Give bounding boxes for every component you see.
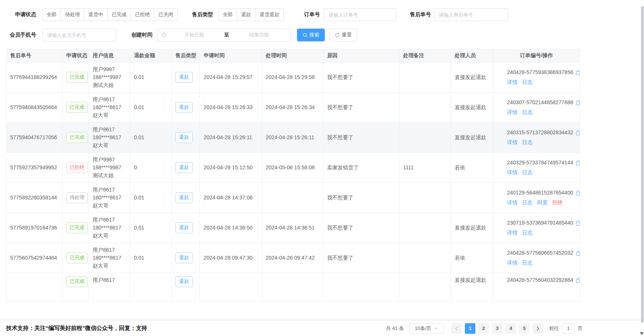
column-header: 退款金额 bbox=[130, 49, 172, 62]
op-link-log[interactable]: 日志 bbox=[522, 259, 533, 267]
filter-option-button[interactable]: 待处理 bbox=[61, 8, 84, 21]
column-header: 订单编号/操作 bbox=[493, 49, 580, 62]
cell-user-info: 用户8617180****8617赵大哥 bbox=[89, 243, 130, 273]
op-link-log[interactable]: 日志 bbox=[522, 138, 533, 146]
op-link-detail[interactable]: 详情 bbox=[507, 229, 518, 237]
copy-icon[interactable] bbox=[576, 278, 580, 283]
copy-icon[interactable] bbox=[576, 130, 580, 135]
column-header: 处理备注 bbox=[399, 49, 451, 62]
cell-service-no: 5775607542974464 bbox=[6, 243, 62, 273]
copy-icon[interactable] bbox=[576, 70, 580, 75]
type-filter-group: 全部退款退货退款 bbox=[218, 8, 284, 21]
goto-page-input[interactable] bbox=[562, 323, 575, 334]
filter-option-button[interactable]: 全部 bbox=[42, 8, 61, 21]
order-number: 240307-5702144858277888 bbox=[507, 99, 573, 106]
scrollbar-down-arrow-icon[interactable] bbox=[640, 332, 644, 335]
copy-icon[interactable] bbox=[576, 160, 580, 166]
filter-option-button[interactable]: 退货中 bbox=[84, 8, 108, 21]
cell-user-info: 用户9987188****9987测试大姐 bbox=[89, 153, 130, 183]
page-size-select[interactable]: 10条/页 bbox=[409, 323, 444, 334]
pagination-goto: 前往 页 bbox=[549, 323, 583, 334]
cell-status: 已完成 bbox=[62, 213, 89, 243]
filter-option-button[interactable]: 已关闭 bbox=[154, 8, 178, 21]
pagination-page-button[interactable]: 1 bbox=[465, 323, 475, 334]
op-link-log[interactable]: 日志 bbox=[522, 199, 533, 207]
filter-option-button[interactable]: 已拒绝 bbox=[131, 8, 154, 21]
user-info-line: 用户8617 bbox=[93, 126, 126, 134]
column-header: 申请状态 bbox=[62, 49, 89, 62]
cell-refund-amount: 0.01 bbox=[130, 93, 172, 123]
cell-user-info: 用户8617 bbox=[89, 273, 130, 301]
cell-apply-time: 2024-04-28 15:29:57 bbox=[200, 62, 262, 93]
cell-type: 退款 bbox=[172, 183, 200, 213]
op-link-detail[interactable]: 详情 bbox=[507, 199, 518, 207]
after-sales-table-wrap: 售后单号申请状态用户信息退款金额售后类型申请时间处理时间原因处理备注处理人员订单… bbox=[6, 49, 580, 321]
cell-status: 已完成 bbox=[62, 243, 89, 273]
cell-refund-amount: 0.01 bbox=[130, 183, 172, 213]
filter-option-button[interactable]: 已完成 bbox=[108, 8, 131, 21]
op-link-detail[interactable]: 详情 bbox=[507, 108, 518, 116]
cell-type: 退款 bbox=[172, 153, 200, 183]
copy-icon[interactable] bbox=[576, 190, 580, 196]
date-range-picker[interactable]: 开始日期 至 结束日期 bbox=[157, 29, 291, 41]
cell-order-ops: 240315-5713728802834432 详情日志 bbox=[493, 123, 580, 153]
chevron-right-icon bbox=[536, 326, 540, 331]
copy-icon[interactable] bbox=[576, 100, 580, 105]
user-info-line: 用户8617 bbox=[93, 246, 126, 254]
cell-handler: 直接发起退款 bbox=[451, 123, 493, 153]
op-link-detail[interactable]: 详情 bbox=[507, 138, 518, 146]
service-no-label: 售后单号 bbox=[410, 11, 431, 18]
phone-input[interactable] bbox=[42, 29, 116, 41]
op-link-detail[interactable]: 详情 bbox=[507, 169, 518, 176]
op-link-log[interactable]: 日志 bbox=[522, 169, 533, 176]
cell-handler: 直接发起退款 bbox=[451, 273, 493, 301]
user-info-line: 用户8617 bbox=[93, 216, 126, 224]
pagination-page-button[interactable]: 5 bbox=[519, 323, 530, 334]
cell-type: 退款 bbox=[172, 123, 200, 153]
op-link-reject[interactable]: 拒绝 bbox=[552, 199, 563, 207]
reset-button[interactable]: 重置 bbox=[329, 29, 357, 41]
filter-option-button[interactable]: 退款 bbox=[237, 8, 256, 21]
type-badge: 退款 bbox=[175, 276, 193, 287]
type-badge: 退款 bbox=[175, 162, 193, 173]
scrollbar-thumb[interactable] bbox=[641, 6, 644, 323]
filter-option-button[interactable]: 全部 bbox=[218, 8, 237, 21]
cell-type: 退款 bbox=[172, 93, 200, 123]
vertical-scrollbar[interactable] bbox=[640, 0, 644, 336]
type-badge: 退款 bbox=[175, 102, 193, 113]
cell-reason: 我不想要了 bbox=[323, 243, 399, 273]
cell-handle-time: 2024-04-28 14:36:51 bbox=[262, 213, 323, 243]
status-badge: 已完成 bbox=[66, 252, 88, 263]
cell-apply-time: 2024-04-28 15:26:33 bbox=[200, 93, 262, 123]
date-end-placeholder: 结束日期 bbox=[231, 32, 287, 38]
cell-user-info: 用户9987188****9987测试大姐 bbox=[89, 62, 130, 93]
cell-handler: 若依 bbox=[451, 243, 493, 273]
search-button[interactable]: 搜索 bbox=[297, 29, 325, 41]
cell-order-ops: 240329-5733784749574144 详情日志 bbox=[493, 153, 580, 183]
cell-service-no: 5775892260358144 bbox=[6, 183, 62, 213]
status-badge: 待处理 bbox=[66, 192, 88, 203]
cell-refund-amount: 0.01 bbox=[130, 123, 172, 153]
copy-icon[interactable] bbox=[576, 220, 580, 226]
pagination-next-button[interactable] bbox=[533, 323, 543, 334]
op-link-detail[interactable]: 详情 bbox=[507, 78, 518, 86]
op-link-detail[interactable]: 详情 bbox=[507, 259, 518, 267]
op-link-approve[interactable]: 同意 bbox=[537, 199, 548, 207]
op-link-log[interactable]: 日志 bbox=[522, 78, 533, 86]
table-row: 已完成 用户8617 退款 直接发起退款 240428-577560403229… bbox=[6, 273, 580, 301]
service-no-input[interactable] bbox=[434, 8, 508, 21]
cell-reason: 我不想要了 bbox=[323, 93, 399, 123]
user-info-line: 测试大姐 bbox=[93, 81, 126, 89]
pagination-page-button[interactable]: 3 bbox=[492, 323, 502, 334]
copy-icon[interactable] bbox=[576, 251, 580, 256]
refresh-icon bbox=[335, 33, 340, 38]
pagination-page-button[interactable]: 4 bbox=[505, 323, 516, 334]
op-link-log[interactable]: 日志 bbox=[522, 108, 533, 116]
pagination-page-button[interactable]: 2 bbox=[478, 323, 489, 334]
pagination-prev-button[interactable] bbox=[451, 323, 462, 334]
op-link-log[interactable]: 日志 bbox=[522, 229, 533, 237]
order-no-input[interactable] bbox=[324, 8, 396, 21]
filter-option-button[interactable]: 退货退款 bbox=[256, 8, 284, 21]
status-badge: 已拒绝 bbox=[66, 162, 88, 173]
chevron-left-icon bbox=[455, 326, 458, 331]
